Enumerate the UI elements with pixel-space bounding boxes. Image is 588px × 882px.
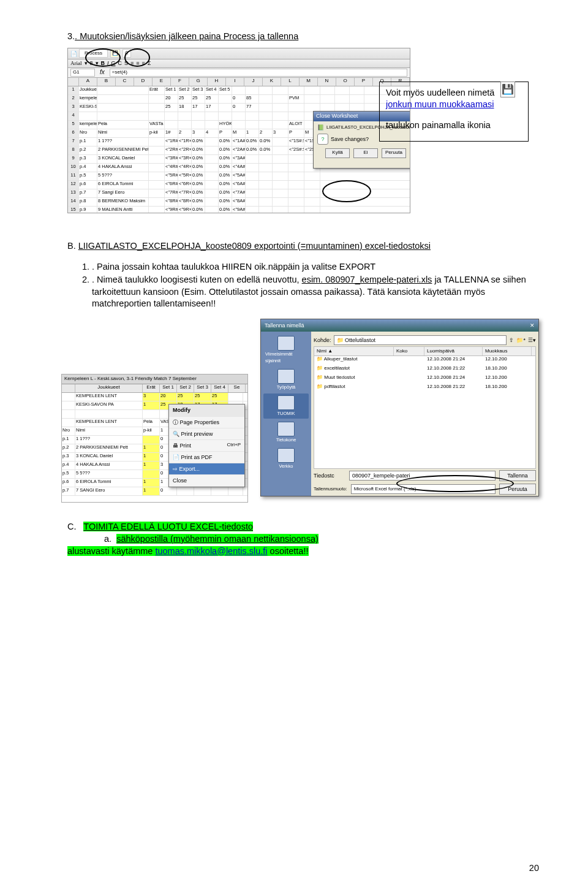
cell: <"7R» [178,189,192,197]
cell: 17 [192,104,205,112]
cell: 77 [246,104,259,112]
heading-3: 3.. Muutoksien/lisäyksien jälkeen paina … [67,31,539,43]
cell: 2 [178,129,192,137]
cell [304,207,320,213]
cell: 4 [68,112,79,120]
cell: Erät [149,86,165,94]
section-c-a-num: a. [104,534,111,544]
cell [273,86,288,94]
cell: p.3 [79,155,97,163]
cell [273,181,288,189]
list-item[interactable]: 📁 Muut tiedostot12.10.2008 21:2412.10.20… [314,374,535,384]
places-item[interactable]: Työpöytä [263,367,309,392]
cell: 10 [68,164,79,172]
cell [62,401,75,409]
list-col-header[interactable]: Muokkaus [483,347,532,355]
cell [246,181,259,189]
formula-input[interactable]: =set(4) [110,69,407,77]
cell [205,181,219,189]
cell [205,138,219,146]
save-glyph-icon: 💾 [502,85,514,94]
cell: 0.0% [219,207,232,213]
cell [288,181,304,189]
list-col-header[interactable]: Koko [394,347,424,355]
cell: 25 [194,393,211,401]
no-button[interactable]: Ei [353,148,378,158]
menu-item[interactable]: 🖶 PrintCtrl+P [169,440,244,452]
save-icon-large: 💾 [500,82,515,97]
cell: KEMPELEEN LENT [75,419,143,427]
cell: 4 HAKALA Anssi [97,164,149,172]
cell: 1 [143,453,160,461]
cell: <"6R#;<<"6Ri;<<"6R/ [165,181,178,189]
cell [335,95,350,103]
cell: 3 [192,129,205,137]
cell: 8 [68,146,79,154]
file-label: Tiedostc [314,472,345,479]
cell [205,164,219,172]
cell: kempeleen lentop [79,121,97,129]
file-list[interactable]: 📁 Alkuper_tilastot12.10.2008 21:2412.10.… [314,356,536,469]
places-item[interactable]: Tietokone [263,420,309,445]
cell [205,198,219,206]
cell: <"9R» [178,207,192,213]
cell [259,155,273,163]
places-item[interactable]: Verkko [263,446,309,471]
cell: 9 [68,155,79,163]
yes-button[interactable]: Kyllä [325,148,350,158]
save-dlg-title: Tallenna nimellä [265,322,304,329]
cell [288,104,304,112]
cell [320,86,335,94]
col-header: Set 4 [211,384,228,392]
section-b-title: LIIGATILASTO_EXCELPOHJA_kooste0809 expor… [78,241,431,251]
cell: 17 [205,104,219,112]
cell [259,207,273,213]
cell [149,155,165,163]
ctx-header: Modify [169,405,244,416]
cell: 25 [211,393,228,401]
cell [178,121,192,129]
cell [259,86,273,94]
cell: 25 [177,393,194,401]
places-item[interactable]: Viimeisimmät sijainnit [263,334,309,365]
cell: KESKI-SAVON PA [79,104,97,112]
cell: 3 [273,129,288,137]
list-item[interactable]: 📁 Alkuper_tilastot12.10.2008 21:2412.10.… [314,356,535,365]
cell: 5 [68,121,79,129]
cell: p.5 [62,470,75,478]
places-item[interactable]: TUOMIK [263,393,309,419]
menu-item[interactable]: Close [169,475,244,487]
col-header: M [300,78,318,86]
list-col-header[interactable]: Luomispäivä [424,347,483,355]
cell [97,104,149,112]
cancel-button[interactable]: Peruuta [382,148,406,158]
menu-item[interactable]: ⓘ Page Properties [169,417,244,428]
list-item[interactable]: 📁 exceltilastot12.10.2008 21:2218.10.200 [314,365,535,374]
cell: 0.0% [192,189,205,197]
view-icon[interactable]: ☰▾ [528,336,536,344]
cell [304,181,320,189]
list-item[interactable]: 📁 pdftilastot12.10.2008 21:2218.10.200 [314,384,535,393]
cell: ALOIT [288,121,304,129]
list-col-header[interactable]: Nimi ▲ [314,347,394,355]
menu-item[interactable]: 🔍 Print preview [169,428,244,440]
menu-item[interactable]: ⇨ Export... [169,463,244,475]
cell [259,189,273,197]
cell: <"8R#;<<"8Ri;<<"8R/ [165,198,178,206]
cell: p.4 [62,462,75,470]
formula-bar: G1 fx =set(4) [68,68,410,78]
cell: 4 HAKALA Anssi [75,462,143,470]
cell [232,112,246,120]
doc-icon: 📄 [70,50,77,56]
cell: p.8 [79,198,97,206]
new-folder-icon[interactable]: 📁* [516,336,526,344]
cell [273,146,288,154]
cell [273,189,288,197]
li2-b: esim. 080907_kempele-pateri.xls [302,275,432,284]
close-icon[interactable]: ✕ [530,322,535,329]
up-icon[interactable]: ⇧ [509,336,514,344]
menu-item[interactable]: 📄 Print as PDF [169,452,244,463]
cell [288,112,304,120]
cell-ref[interactable]: G1 [70,69,95,77]
kohde-dropdown[interactable]: 📁 Ottelutilastot [334,335,507,345]
